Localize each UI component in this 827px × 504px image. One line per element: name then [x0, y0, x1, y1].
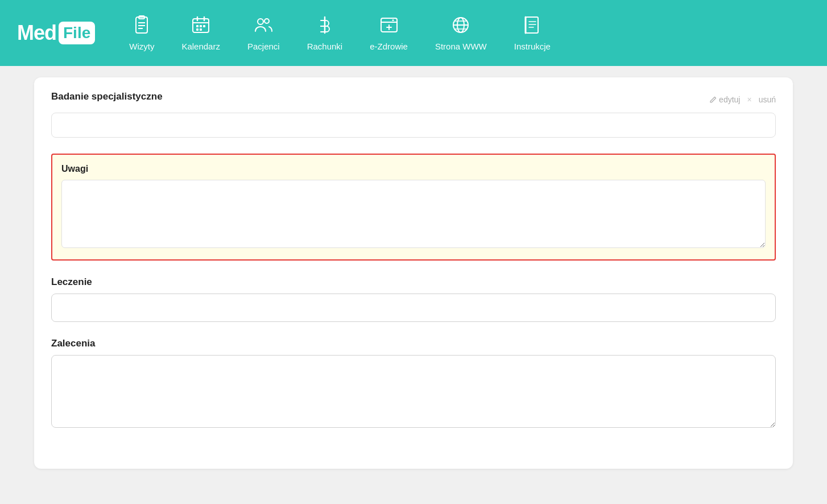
- logo-text-file: File: [63, 24, 90, 42]
- svg-rect-9: [196, 25, 199, 27]
- svg-point-19: [392, 19, 394, 21]
- strona-www-label: Strona WWW: [435, 42, 487, 51]
- sidebar-item-strona-www[interactable]: Strona WWW: [424, 10, 498, 56]
- logo[interactable]: Med File: [17, 21, 95, 45]
- kalendarz-label: Kalendarz: [181, 42, 220, 51]
- leczenie-input[interactable]: [51, 294, 776, 322]
- sidebar-item-instrukcje[interactable]: Instrukcje: [503, 10, 562, 56]
- svg-point-15: [264, 19, 269, 23]
- people-icon: [253, 15, 274, 38]
- logo-text-med: Med: [17, 21, 56, 45]
- main-wrapper: Badanie specjalistyczne edytuj × usuń: [0, 66, 827, 504]
- globe-icon: [450, 15, 471, 38]
- navbar: Med File Wizyty: [0, 0, 827, 66]
- pacjenci-label: Pacjenci: [247, 42, 280, 51]
- badanie-input-row: [51, 113, 776, 138]
- zalecenia-section: Zalecenia: [51, 338, 776, 430]
- e-zdrowie-label: e-Zdrowie: [370, 42, 408, 51]
- svg-rect-12: [196, 28, 199, 31]
- calendar-icon: [191, 15, 211, 38]
- rachunki-label: Rachunki: [307, 42, 343, 51]
- edit-button[interactable]: edytuj: [709, 95, 740, 104]
- zalecenia-textarea[interactable]: [51, 355, 776, 428]
- wizyty-label: Wizyty: [129, 42, 154, 51]
- nav-items: Wizyty Kalendarz: [118, 10, 810, 56]
- uwagi-textarea[interactable]: [61, 180, 766, 248]
- sidebar-item-wizyty[interactable]: Wizyty: [118, 10, 166, 56]
- clipboard-icon: [131, 15, 152, 38]
- badanie-specjalistyczne-label: Badanie specjalistyczne: [51, 91, 163, 102]
- sidebar-item-pacjenci[interactable]: Pacjenci: [236, 10, 291, 56]
- zalecenia-label: Zalecenia: [51, 338, 776, 349]
- svg-point-14: [258, 19, 263, 24]
- delete-label: usuń: [759, 95, 776, 104]
- sidebar-item-rachunki[interactable]: Rachunki: [296, 10, 354, 56]
- svg-rect-10: [200, 25, 202, 27]
- instrukcje-label: Instrukcje: [514, 42, 551, 51]
- dollar-icon: [315, 15, 335, 38]
- svg-rect-13: [200, 28, 202, 31]
- sidebar-item-e-zdrowie[interactable]: e-Zdrowie: [358, 10, 419, 56]
- sidebar-item-kalendarz[interactable]: Kalendarz: [170, 10, 231, 56]
- logo-file-box: File: [59, 22, 95, 44]
- edit-label: edytuj: [719, 95, 740, 104]
- leczenie-label: Leczenie: [51, 276, 776, 288]
- uwagi-label: Uwagi: [61, 164, 766, 174]
- badanie-actions: edytuj × usuń: [709, 95, 776, 104]
- book-icon: [522, 15, 543, 38]
- content-card: Badanie specjalistyczne edytuj × usuń: [34, 77, 793, 469]
- svg-rect-25: [526, 17, 538, 33]
- badanie-header-row: Badanie specjalistyczne edytuj × usuń: [51, 91, 776, 108]
- badanie-specjalistyczne-section: Badanie specjalistyczne edytuj × usuń: [51, 91, 776, 138]
- delete-button[interactable]: usuń: [759, 95, 776, 104]
- action-separator: ×: [747, 95, 751, 104]
- svg-rect-11: [203, 25, 205, 27]
- leczenie-section: Leczenie: [51, 276, 776, 322]
- health-icon: [379, 15, 399, 38]
- uwagi-section: Uwagi: [51, 154, 776, 261]
